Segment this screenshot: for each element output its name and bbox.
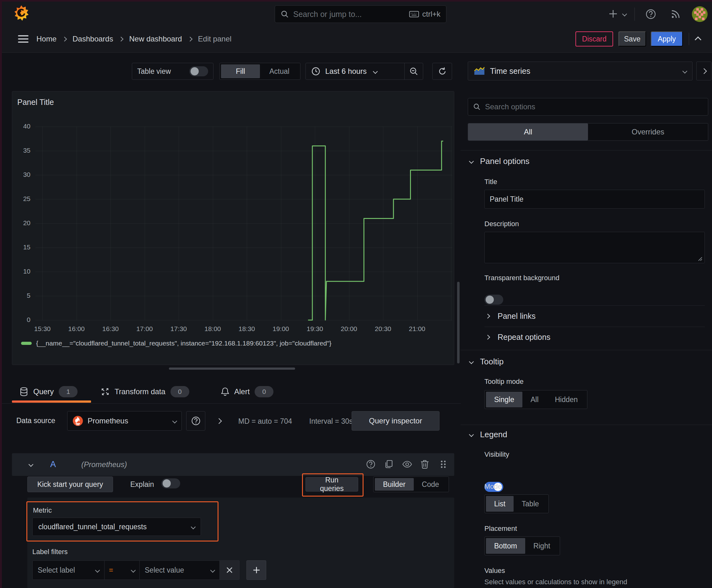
hide-query-eye-icon[interactable] [402,460,412,469]
query-ref-id[interactable]: A [50,460,56,469]
time-range-picker[interactable]: Last 6 hours [306,63,404,80]
discard-button[interactable]: Discard [576,31,613,46]
delete-query-trash-icon[interactable] [420,460,429,469]
scrollbar-vertical[interactable] [457,282,459,363]
breadcrumb-dashboards[interactable]: Dashboards [72,35,113,43]
tooltip-hidden-option[interactable]: Hidden [547,392,586,407]
label-filter-row: Select label = Select value [33,560,266,580]
options-search[interactable] [468,98,708,115]
add-chevron-icon[interactable] [623,12,626,16]
visualization-picker[interactable]: Time series [468,62,693,80]
tab-all-options[interactable]: All [468,123,588,141]
query-inspector-button[interactable]: Query inspector [352,411,439,430]
zoom-out-button[interactable] [405,63,423,80]
tab-alert-label: Alert [234,387,250,396]
panel-description-textarea[interactable] [484,232,705,263]
metric-value: cloudflared_tunnel_total_requests [38,523,147,531]
menu-icon[interactable] [18,34,29,44]
table-view-control: Table view [132,63,214,80]
description-field-label: Description [484,220,519,228]
collapsed-chevron-icon [486,335,490,339]
tab-overrides[interactable]: Overrides [588,123,708,141]
global-search-input[interactable] [293,10,409,19]
datasource-help-button[interactable] [186,411,205,430]
tab-query[interactable]: Query 1 [19,383,78,401]
panel-options-title: Panel options [480,156,530,166]
actual-option[interactable]: Actual [260,64,299,78]
visualization-label: Time series [490,67,678,76]
clock-icon [311,67,320,76]
select-label-dropdown[interactable]: Select label [33,560,105,580]
table-view-toggle[interactable] [189,66,208,76]
tab-query-label: Query [33,387,54,396]
help-icon[interactable] [645,9,656,19]
explain-toggle[interactable] [161,478,180,488]
repeat-options-header[interactable]: Repeat options [486,331,550,343]
refresh-button[interactable] [432,63,452,80]
tooltip-single-option[interactable]: Single [486,392,522,407]
duplicate-query-icon[interactable] [384,460,394,469]
save-button[interactable]: Save [619,31,646,46]
legend-mode-list[interactable]: List [486,496,514,512]
code-option[interactable]: Code [414,478,447,491]
legend-placement-right[interactable]: Right [525,538,559,554]
global-search[interactable]: ctrl+k [275,5,447,23]
breadcrumb-new-dashboard[interactable]: New dashboard [129,35,182,43]
chart-line-svg [12,91,455,365]
sidebar-divider [460,150,712,150]
legend-section-header[interactable]: Legend [470,430,507,439]
collapse-up-icon[interactable] [696,37,700,42]
resize-handle-horizontal[interactable] [169,368,295,370]
remove-filter-button[interactable] [220,560,239,580]
expand-row-chevron-icon[interactable] [217,419,221,423]
run-queries-button[interactable]: Run queries [305,477,358,491]
legend-placement-bottom[interactable]: Bottom [486,538,525,554]
tab-transform[interactable]: Transform data 0 [101,383,189,401]
query-collapse-chevron-icon[interactable] [29,463,33,466]
grafana-logo[interactable] [14,5,29,21]
panel-options-header[interactable]: Panel options [470,156,530,166]
query-help-icon[interactable] [366,460,375,469]
keyboard-icon [409,10,419,18]
actions-divider [689,33,689,45]
panel-title-input[interactable] [484,190,705,209]
apply-button[interactable]: Apply [651,31,683,46]
transparent-bg-toggle[interactable] [484,295,503,305]
chart-legend[interactable]: {__name__="cloudflared_tunnel_total_requ… [21,339,331,347]
add-filter-button[interactable] [246,560,266,580]
datasource-picker[interactable]: Prometheus [67,411,182,430]
legend-values-desc: Select values or calculations to show in… [484,578,627,586]
metric-select[interactable]: cloudflared_tunnel_total_requests [33,518,201,536]
tab-alert-badge: 0 [255,386,274,397]
legend-label[interactable]: {__name__="cloudflared_tunnel_total_requ… [36,339,331,347]
fill-option[interactable]: Fill [221,64,260,78]
panel-links-label: Panel links [498,312,536,321]
kick-start-button[interactable]: Kick start your query [27,477,113,492]
textarea-resize-handle-icon[interactable] [697,256,703,261]
news-rss-icon[interactable] [671,9,681,19]
title-field-label: Title [484,178,497,186]
operator-dropdown[interactable]: = [105,560,140,580]
avatar[interactable] [692,6,708,22]
search-icon [473,103,481,110]
query-row-header[interactable]: A (Prometheus) [12,453,454,476]
add-button[interactable] [608,9,618,19]
transform-icon [101,387,110,396]
label-filters-label: Label filters [33,548,68,556]
tooltip-all-option[interactable]: All [522,392,547,407]
collapsed-chevron-icon [486,314,490,318]
select-value-dropdown[interactable]: Select value [140,560,220,580]
panel-links-header[interactable]: Panel links [486,310,536,322]
builder-option[interactable]: Builder [375,478,414,491]
tooltip-header[interactable]: Tooltip [470,357,503,366]
options-pane-collapse-button[interactable] [696,62,711,80]
legend-mode-table[interactable]: Table [514,496,547,512]
grafana-edit-panel-screen: ctrl+k [0,0,712,588]
query-interval: Interval = 30s [309,417,353,426]
options-tabs: All Overrides [468,123,708,141]
options-search-input[interactable] [485,102,703,111]
drag-grip-icon[interactable] [439,460,447,469]
breadcrumb-home[interactable]: Home [37,35,57,43]
operator-chevron-icon [132,569,135,572]
tab-alert[interactable]: Alert 0 [221,383,274,401]
